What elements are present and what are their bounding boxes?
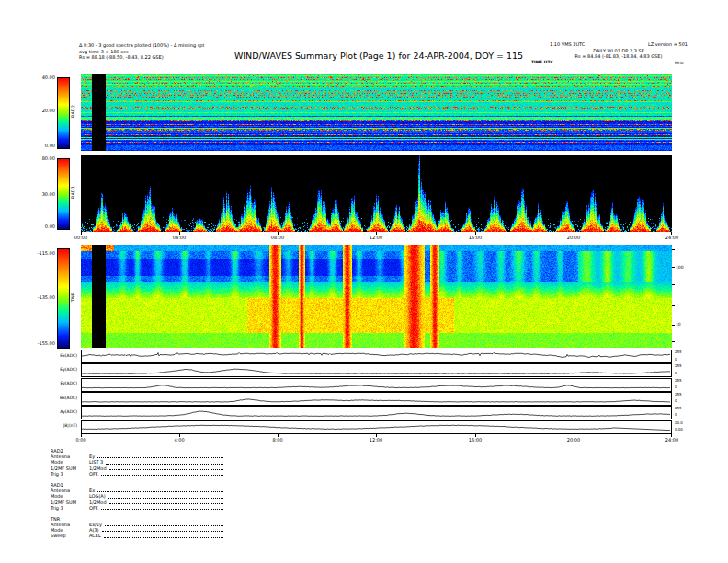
line-row-5-max: 20.0 (675, 421, 695, 426)
monitor-line-plots (81, 350, 672, 434)
tnr-colorbar-tick-max: -115.00 (31, 250, 55, 256)
leader-dots (109, 503, 223, 504)
line-row-5-min: 0.00 (675, 428, 695, 432)
rad1-colorbar-tick-max: 80.00 (31, 155, 55, 161)
leader-dots (109, 469, 223, 470)
leader-dots (102, 531, 223, 532)
line-row-label-4: Ay(ADC) (40, 409, 77, 414)
rad2-colorbar-tick-max: 40.00 (31, 75, 55, 80)
rad2-unit-label: MHz (675, 61, 684, 65)
line-row-label-5: |B|(nT) (40, 423, 77, 428)
leader-dots (97, 457, 223, 458)
bot-time-16: 16:00 (461, 437, 489, 442)
bot-time-24: 24:00 (658, 437, 686, 442)
rad1-colorbar-tick-mid: 30.00 (31, 191, 55, 197)
leader-dots (97, 491, 223, 492)
bot-time-00: 0:00 (67, 437, 95, 442)
line-row-0-min: 0 (675, 358, 695, 362)
line-row-4-max: 255 (675, 407, 695, 411)
line-row-label-2: Ez(ADC) (40, 381, 77, 385)
rad1-spectrogram (81, 155, 672, 232)
rad2-spectrogram (81, 74, 672, 151)
legend-group-rad1: RAD1 AntennaEx ModeLOG(A) 1/2MF SUM1/2Mo… (51, 482, 225, 511)
line-row-label-1: Ey(ADC) (40, 367, 77, 372)
legend-group-rad2: RAD2 AntennaEy ModeLIST 3 1/2MF SUM1/2Mo… (51, 448, 225, 477)
mid-time-12: 12:00 (362, 235, 390, 240)
header-right-lz: LZ version = 501 (648, 41, 688, 48)
tnr-colorbar (57, 248, 70, 349)
bot-time-04: 4:00 (165, 437, 193, 442)
tnr-spectrogram (81, 245, 672, 348)
mid-time-08: 08:00 (264, 235, 291, 240)
line-row-3-min: 0 (675, 399, 695, 404)
leader-dots (101, 509, 223, 510)
leader-dots (105, 525, 223, 526)
bot-time-08: 8:00 (264, 437, 291, 442)
bot-time-12: 12:00 (362, 437, 390, 442)
header-right-annotations: 1.10 VMS 2UTC LZ version = 501 DAILY WI … (550, 41, 688, 60)
rad2-colorbar (57, 77, 70, 149)
time-utc-label: TIME UTC (531, 60, 553, 64)
line-row-1-max: 255 (675, 364, 695, 369)
tnr-ytick-100: 100 (676, 265, 684, 270)
rad1-colorbar-tick-min: 0.00 (31, 224, 55, 229)
mid-time-04: 04:00 (165, 235, 193, 240)
leader-dots (108, 498, 223, 499)
legend-group-tnr: TNR AntennaEx/Ey ModeA(3) SweepACEL (51, 516, 225, 539)
leader-dots (104, 537, 223, 538)
mid-time-24: 24:00 (658, 235, 686, 240)
header-left-line3: Rs = 88.18 (-88.50, -8.43, 8.22 GSE) (79, 54, 245, 61)
line-row-2-max: 255 (675, 379, 695, 384)
rad2-colorbar-tick-min: 0.00 (31, 143, 55, 148)
line-row-4-min: 0 (675, 413, 695, 418)
wind-waves-summary-plot: Δ 0:30 - 3 good spectra plotted (100%) -… (0, 0, 728, 563)
leader-dots (106, 464, 223, 465)
mid-time-20: 20:00 (560, 235, 587, 240)
rad1-panel-label: RAD1 (70, 177, 75, 208)
page-title: WIND/WAVES Summary Plot (Page 1) for 24-… (222, 51, 535, 61)
line-row-2-min: 0 (675, 385, 695, 390)
line-row-1-min: 0 (675, 372, 695, 376)
tnr-ytick-10: 10 (676, 322, 681, 327)
leader-dots (101, 475, 223, 476)
header-right-version: 1.10 VMS 2UTC (550, 41, 585, 48)
line-row-3-max: 255 (675, 393, 695, 397)
instrument-legend: RAD2 AntennaEy ModeLIST 3 1/2MF SUM1/2Mo… (51, 448, 225, 545)
line-row-label-3: Bx(ADC) (40, 396, 77, 400)
tnr-panel-label: TNR (70, 282, 75, 313)
line-row-0-max: 255 (675, 350, 695, 355)
rad1-colorbar (57, 158, 70, 230)
bot-time-20: 20:00 (560, 437, 587, 442)
header-left-annotations: Δ 0:30 - 3 good spectra plotted (100%) -… (79, 42, 245, 61)
tnr-colorbar-tick-min: -155.00 (31, 340, 55, 346)
rad2-panel-label: RAD2 (70, 96, 75, 127)
mid-time-00: 00:00 (67, 235, 95, 240)
tnr-colorbar-tick-mid: -135.00 (31, 294, 55, 300)
mid-time-16: 16:00 (461, 235, 489, 240)
rad2-colorbar-tick-mid: 20.00 (31, 108, 55, 113)
header-right-rs: Rs = 84.84 (-81.83, -18.84, 4.83 GSE) (550, 53, 688, 60)
line-row-label-0: Ex(ADC) (40, 353, 77, 358)
